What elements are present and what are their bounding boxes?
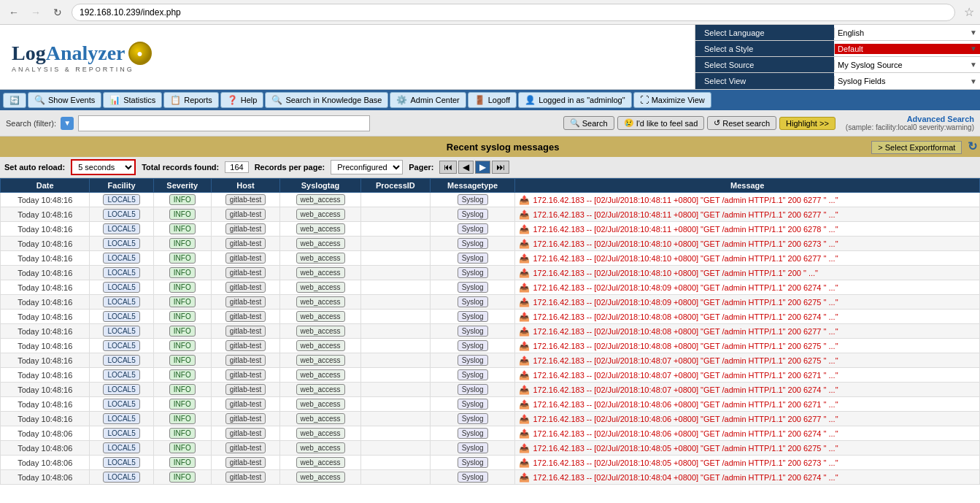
- nav-btn-help[interactable]: ❓Help: [220, 92, 264, 108]
- message-link[interactable]: 172.16.42.183 -- [02/Jul/2018:10:48:05 +…: [533, 458, 838, 467]
- cell-host[interactable]: gitlab-test: [211, 310, 279, 324]
- nav-btn-statistics[interactable]: 📊Statistics: [103, 92, 162, 108]
- forward-button[interactable]: →: [28, 4, 44, 20]
- cell-severity[interactable]: INFO: [153, 222, 211, 237]
- cell-messagetype[interactable]: Syslog: [430, 397, 515, 412]
- cell-facility[interactable]: LOCAL5: [90, 222, 153, 237]
- cell-facility[interactable]: LOCAL5: [90, 251, 153, 266]
- cell-syslogtag[interactable]: web_access: [280, 324, 361, 339]
- cell-host[interactable]: gitlab-test: [211, 470, 279, 485]
- cell-message[interactable]: 📤172.16.42.183 -- [02/Jul/2018:10:48:11 …: [515, 207, 980, 222]
- message-detail-icon[interactable]: 📤: [519, 326, 530, 337]
- cell-facility[interactable]: LOCAL5: [90, 295, 153, 310]
- cell-severity[interactable]: INFO: [153, 383, 211, 397]
- message-link[interactable]: 172.16.42.183 -- [02/Jul/2018:10:48:09 +…: [533, 283, 838, 292]
- message-detail-icon[interactable]: 📤: [519, 312, 530, 322]
- cell-host[interactable]: gitlab-test: [211, 368, 279, 383]
- reload-button[interactable]: ↻: [50, 4, 66, 20]
- cell-syslogtag[interactable]: web_access: [280, 207, 361, 222]
- autoreload-select[interactable]: 5 seconds10 seconds30 seconds60 secondsD…: [71, 159, 136, 175]
- back-button[interactable]: ←: [6, 4, 22, 20]
- cell-facility[interactable]: LOCAL5: [90, 266, 153, 280]
- message-link[interactable]: 172.16.42.183 -- [02/Jul/2018:10:48:07 +…: [533, 356, 838, 365]
- cell-syslogtag[interactable]: web_access: [280, 280, 361, 295]
- cell-message[interactable]: 📤172.16.42.183 -- [02/Jul/2018:10:48:06 …: [515, 412, 980, 426]
- records-per-page-select[interactable]: Preconfigured 25 50 100: [331, 160, 403, 174]
- cell-messagetype[interactable]: Syslog: [430, 310, 515, 324]
- message-detail-icon[interactable]: 📤: [519, 385, 530, 395]
- cell-message[interactable]: 📤172.16.42.183 -- [02/Jul/2018:10:48:07 …: [515, 368, 980, 383]
- cell-messagetype[interactable]: Syslog: [430, 412, 515, 426]
- cell-syslogtag[interactable]: web_access: [280, 470, 361, 485]
- cell-message[interactable]: 📤172.16.42.183 -- [02/Jul/2018:10:48:11 …: [515, 193, 980, 207]
- refresh-icon[interactable]: ↻: [968, 140, 977, 153]
- message-link[interactable]: 172.16.42.183 -- [02/Jul/2018:10:48:08 +…: [533, 327, 838, 336]
- message-detail-icon[interactable]: 📤: [519, 458, 530, 468]
- cell-host[interactable]: gitlab-test: [211, 383, 279, 397]
- message-link[interactable]: 172.16.42.183 -- [02/Jul/2018:10:48:11 +…: [533, 196, 838, 204]
- nav-btn-show-events[interactable]: 🔍Show Events: [28, 92, 101, 108]
- pager-prev-button[interactable]: ◀: [458, 161, 474, 174]
- search-input[interactable]: [78, 115, 370, 131]
- cell-severity[interactable]: INFO: [153, 441, 211, 456]
- cell-severity[interactable]: INFO: [153, 193, 211, 207]
- cell-messagetype[interactable]: Syslog: [430, 470, 515, 485]
- advanced-search[interactable]: Advanced Search (sample: facility:local0…: [846, 115, 974, 131]
- cell-severity[interactable]: INFO: [153, 310, 211, 324]
- message-detail-icon[interactable]: 📤: [519, 341, 530, 351]
- cell-host[interactable]: gitlab-test: [211, 353, 279, 368]
- cell-message[interactable]: 📤172.16.42.183 -- [02/Jul/2018:10:48:09 …: [515, 280, 980, 295]
- message-link[interactable]: 172.16.42.183 -- [02/Jul/2018:10:48:07 +…: [533, 371, 838, 380]
- cell-message[interactable]: 📤172.16.42.183 -- [02/Jul/2018:10:48:04 …: [515, 470, 980, 485]
- cell-messagetype[interactable]: Syslog: [430, 324, 515, 339]
- cell-severity[interactable]: INFO: [153, 397, 211, 412]
- nav-btn-admin-center[interactable]: ⚙️Admin Center: [390, 92, 466, 108]
- message-detail-icon[interactable]: 📤: [519, 195, 530, 205]
- message-detail-icon[interactable]: 📤: [519, 224, 530, 234]
- cell-host[interactable]: gitlab-test: [211, 222, 279, 237]
- cell-facility[interactable]: LOCAL5: [90, 324, 153, 339]
- nav-btn-logoff[interactable]: 🚪Logoff: [468, 92, 517, 108]
- cell-severity[interactable]: INFO: [153, 368, 211, 383]
- col-header-severity[interactable]: Severity: [153, 179, 211, 193]
- pager-current-button[interactable]: ▶: [475, 161, 490, 174]
- cell-message[interactable]: 📤172.16.42.183 -- [02/Jul/2018:10:48:08 …: [515, 324, 980, 339]
- cell-facility[interactable]: LOCAL5: [90, 470, 153, 485]
- cell-syslogtag[interactable]: web_access: [280, 368, 361, 383]
- nav-btn-logged-in[interactable]: 👤Logged in as "adminlog": [518, 92, 632, 108]
- cell-message[interactable]: 📤172.16.42.183 -- [02/Jul/2018:10:48:06 …: [515, 397, 980, 412]
- header-select-select-source[interactable]: My Syslog SourceLocal Syslog: [834, 60, 980, 70]
- message-detail-icon[interactable]: 📤: [519, 414, 530, 424]
- cell-messagetype[interactable]: Syslog: [430, 368, 515, 383]
- message-link[interactable]: 172.16.42.183 -- [02/Jul/2018:10:48:10 +…: [533, 254, 838, 263]
- col-header-date[interactable]: Date: [1, 179, 90, 193]
- pager-next-button[interactable]: ⏭: [492, 161, 509, 174]
- cell-syslogtag[interactable]: web_access: [280, 193, 361, 207]
- message-link[interactable]: 172.16.42.183 -- [02/Jul/2018:10:48:06 +…: [533, 429, 838, 438]
- message-detail-icon[interactable]: 📤: [519, 356, 530, 366]
- home-button[interactable]: 🔄: [3, 93, 26, 108]
- url-bar[interactable]: [72, 4, 955, 21]
- cell-severity[interactable]: INFO: [153, 412, 211, 426]
- message-link[interactable]: 172.16.42.183 -- [02/Jul/2018:10:48:07 +…: [533, 385, 838, 394]
- cell-messagetype[interactable]: Syslog: [430, 295, 515, 310]
- cell-messagetype[interactable]: Syslog: [430, 193, 515, 207]
- cell-syslogtag[interactable]: web_access: [280, 456, 361, 470]
- cell-syslogtag[interactable]: web_access: [280, 397, 361, 412]
- highlight-button[interactable]: Highlight >>: [779, 117, 836, 130]
- cell-host[interactable]: gitlab-test: [211, 207, 279, 222]
- cell-facility[interactable]: LOCAL5: [90, 237, 153, 251]
- cell-messagetype[interactable]: Syslog: [430, 441, 515, 456]
- cell-facility[interactable]: LOCAL5: [90, 412, 153, 426]
- message-detail-icon[interactable]: 📤: [519, 283, 530, 293]
- message-link[interactable]: 172.16.42.183 -- [02/Jul/2018:10:48:04 +…: [533, 473, 838, 482]
- cell-messagetype[interactable]: Syslog: [430, 383, 515, 397]
- search-button[interactable]: 🔍 Search: [563, 116, 614, 130]
- col-header-facility[interactable]: Facility: [90, 179, 153, 193]
- message-detail-icon[interactable]: 📤: [519, 297, 530, 307]
- cell-severity[interactable]: INFO: [153, 280, 211, 295]
- message-link[interactable]: 172.16.42.183 -- [02/Jul/2018:10:48:09 +…: [533, 298, 838, 307]
- cell-message[interactable]: 📤172.16.42.183 -- [02/Jul/2018:10:48:05 …: [515, 441, 980, 456]
- cell-facility[interactable]: LOCAL5: [90, 353, 153, 368]
- cell-message[interactable]: 📤172.16.42.183 -- [02/Jul/2018:10:48:10 …: [515, 237, 980, 251]
